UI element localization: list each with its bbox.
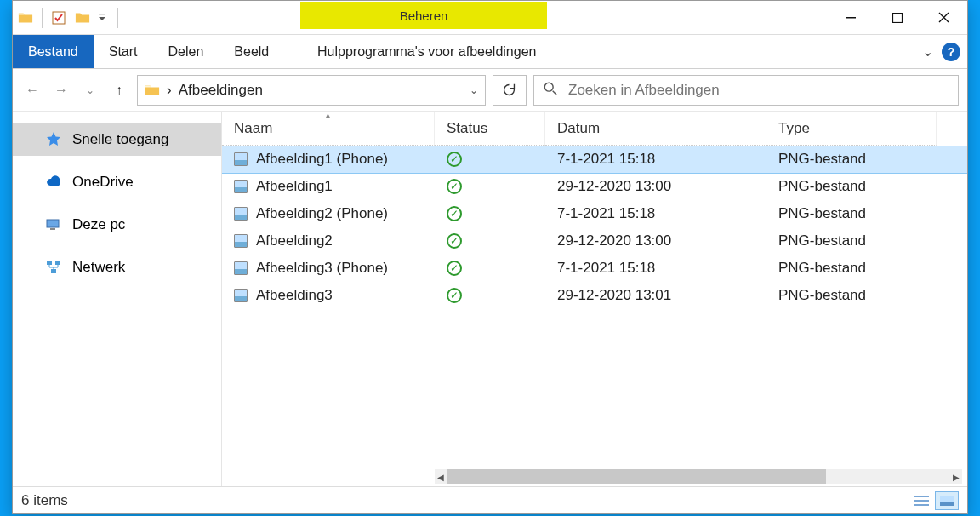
svg-rect-9 bbox=[51, 269, 56, 273]
sidebar-item-quick-access[interactable]: Snelle toegang bbox=[13, 123, 221, 156]
file-name: Afbeelding3 bbox=[256, 287, 333, 304]
column-type[interactable]: Type bbox=[766, 112, 937, 146]
sidebar-item-this-pc[interactable]: Deze pc bbox=[13, 209, 221, 241]
body: Snelle toegang OneDrive Deze pc Netwerk bbox=[13, 112, 967, 486]
titlebar: Beheren Afbeeldingen bbox=[13, 1, 967, 35]
tab-start[interactable]: Start bbox=[94, 35, 153, 68]
sidebar-item-network[interactable]: Netwerk bbox=[13, 251, 221, 284]
qat-dropdown-icon[interactable] bbox=[95, 11, 109, 25]
cell-type: PNG-bestand bbox=[766, 227, 937, 255]
properties-icon[interactable] bbox=[51, 10, 66, 26]
image-file-icon bbox=[234, 234, 248, 248]
cell-date: 7-1-2021 15:18 bbox=[545, 200, 766, 227]
svg-rect-1 bbox=[99, 14, 105, 14]
cloud-icon bbox=[45, 174, 62, 191]
image-file-icon bbox=[234, 289, 248, 302]
search-input[interactable] bbox=[567, 81, 949, 100]
scroll-left-icon[interactable]: ◀ bbox=[435, 469, 447, 484]
scroll-right-icon[interactable]: ▶ bbox=[950, 469, 962, 484]
quick-access-toolbar bbox=[13, 1, 123, 34]
separator bbox=[42, 8, 43, 28]
tab-picture-tools[interactable]: Hulpprogramma's voor afbeeldingen bbox=[300, 35, 553, 69]
chevron-down-icon[interactable]: ⌄ bbox=[470, 84, 478, 96]
ribbon-right: ⌄ ? bbox=[922, 35, 967, 68]
search-icon bbox=[543, 81, 558, 100]
cell-type: PNG-bestand bbox=[766, 282, 937, 309]
cell-type: PNG-bestand bbox=[766, 146, 937, 173]
details-view-button[interactable] bbox=[909, 491, 933, 510]
cell-status: ✓ bbox=[435, 200, 545, 227]
table-row[interactable]: Afbeelding2 (Phone)✓7-1-2021 15:18PNG-be… bbox=[222, 200, 967, 227]
synced-icon: ✓ bbox=[447, 261, 462, 276]
table-row[interactable]: Afbeelding1 (Phone)✓7-1-2021 15:18PNG-be… bbox=[222, 146, 967, 173]
synced-icon: ✓ bbox=[447, 233, 462, 249]
breadcrumb-folder[interactable]: Afbeeldingen bbox=[179, 82, 263, 99]
synced-icon: ✓ bbox=[447, 206, 462, 221]
sidebar-item-label: OneDrive bbox=[72, 174, 134, 191]
table-row[interactable]: Afbeelding3 (Phone)✓7-1-2021 15:18PNG-be… bbox=[222, 255, 967, 282]
cell-date: 7-1-2021 15:18 bbox=[545, 146, 766, 173]
table-row[interactable]: Afbeelding1✓29-12-2020 13:00PNG-bestand bbox=[222, 173, 967, 200]
back-button[interactable]: ← bbox=[21, 79, 43, 101]
image-file-icon bbox=[234, 180, 248, 193]
column-date[interactable]: Datum bbox=[545, 112, 766, 146]
sidebar-item-label: Deze pc bbox=[72, 216, 125, 233]
address-bar[interactable]: › Afbeeldingen ⌄ bbox=[137, 75, 486, 106]
column-status[interactable]: Status bbox=[435, 112, 545, 146]
tab-view[interactable]: Beeld bbox=[219, 35, 284, 68]
thumbnails-view-button[interactable] bbox=[935, 491, 959, 510]
view-toggle bbox=[909, 491, 959, 510]
horizontal-scrollbar[interactable]: ◀ ▶ bbox=[222, 467, 967, 486]
cell-status: ✓ bbox=[435, 173, 545, 200]
folder-icon bbox=[18, 10, 33, 26]
svg-rect-12 bbox=[914, 504, 929, 506]
table-row[interactable]: Afbeelding2✓29-12-2020 13:00PNG-bestand bbox=[222, 227, 967, 255]
svg-rect-8 bbox=[55, 261, 60, 265]
svg-rect-5 bbox=[47, 220, 59, 227]
cell-name: Afbeelding2 (Phone) bbox=[222, 200, 435, 227]
synced-icon: ✓ bbox=[447, 288, 462, 303]
column-name[interactable]: Naam ▲ bbox=[222, 112, 435, 146]
maximize-button[interactable] bbox=[874, 1, 920, 34]
minimize-button[interactable] bbox=[827, 1, 874, 34]
tab-file[interactable]: Bestand bbox=[13, 35, 94, 68]
synced-icon: ✓ bbox=[447, 152, 462, 167]
cell-date: 29-12-2020 13:00 bbox=[545, 227, 766, 255]
scroll-thumb[interactable] bbox=[447, 469, 826, 484]
status-text: 6 items bbox=[21, 492, 68, 509]
cell-name: Afbeelding1 (Phone) bbox=[222, 146, 435, 173]
file-list: Afbeelding1 (Phone)✓7-1-2021 15:18PNG-be… bbox=[222, 146, 967, 467]
svg-rect-10 bbox=[914, 496, 929, 497]
file-explorer-window: Beheren Afbeeldingen Bestand Start Delen… bbox=[12, 0, 968, 514]
cell-name: Afbeelding2 bbox=[222, 227, 435, 255]
search-box[interactable] bbox=[533, 75, 959, 106]
file-name: Afbeelding2 (Phone) bbox=[256, 205, 388, 222]
refresh-button[interactable] bbox=[493, 75, 527, 106]
cell-name: Afbeelding3 (Phone) bbox=[222, 255, 435, 282]
cell-status: ✓ bbox=[435, 227, 545, 255]
recent-locations-button[interactable]: ⌄ bbox=[79, 79, 101, 101]
svg-point-4 bbox=[544, 83, 553, 91]
table-row[interactable]: Afbeelding3✓29-12-2020 13:01PNG-bestand bbox=[222, 282, 967, 309]
close-button[interactable] bbox=[920, 1, 967, 34]
tab-share[interactable]: Delen bbox=[153, 35, 219, 68]
forward-button[interactable]: → bbox=[50, 79, 72, 101]
new-folder-icon[interactable] bbox=[75, 10, 90, 26]
content-pane: Naam ▲ Status Datum Type Afbeelding1 (Ph… bbox=[222, 112, 967, 486]
image-file-icon bbox=[234, 261, 248, 275]
contextual-tab-header: Beheren bbox=[300, 2, 547, 29]
up-button[interactable]: ↑ bbox=[108, 79, 130, 101]
svg-rect-14 bbox=[940, 496, 954, 502]
cell-type: PNG-bestand bbox=[766, 255, 937, 282]
sidebar-item-onedrive[interactable]: OneDrive bbox=[13, 166, 221, 198]
star-icon bbox=[45, 131, 62, 148]
file-name: Afbeelding1 (Phone) bbox=[256, 151, 388, 168]
contextual-tab-label: Beheren bbox=[400, 9, 448, 23]
address-row: ← → ⌄ ↑ › Afbeeldingen ⌄ bbox=[13, 69, 967, 112]
svg-rect-3 bbox=[892, 13, 902, 22]
expand-ribbon-icon[interactable]: ⌄ bbox=[922, 43, 933, 60]
cell-status: ✓ bbox=[435, 282, 545, 309]
help-icon[interactable]: ? bbox=[942, 43, 960, 61]
cell-date: 29-12-2020 13:01 bbox=[545, 282, 766, 309]
column-headers: Naam ▲ Status Datum Type bbox=[222, 112, 967, 146]
